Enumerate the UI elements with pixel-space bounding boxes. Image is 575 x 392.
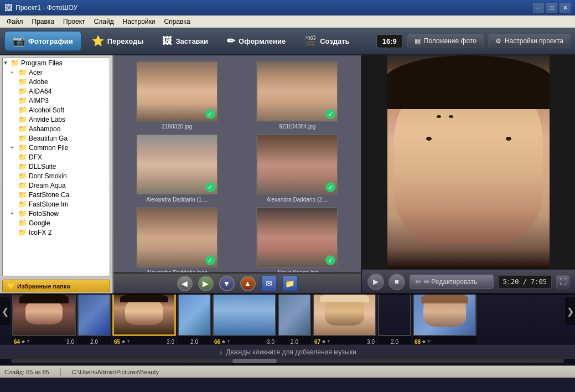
tree-item-dont-smokin[interactable]: 📁 Dont Smokin [3,171,110,180]
filmstrip-nav-left[interactable]: ❮ [0,297,10,325]
photo-item[interactable]: ✓ Alexis Knapp.jpg [240,207,356,272]
ratio-badge: 16:9 [376,34,403,48]
photo-thumbnail[interactable]: ✓ [136,61,218,122]
tree-item-root[interactable]: ▼ 📁 Program Files [3,58,110,68]
photo-thumbnail[interactable]: ✓ [256,61,338,122]
tab-create[interactable]: 🎬 Создать [296,31,358,51]
tree-item-alcohol-soft[interactable]: 📁 Alcohol Soft [3,105,110,115]
favorites-button[interactable]: 💛 Избранные папки [2,280,110,292]
tree-item-beautifun[interactable]: 📁 Beautifun Ga [3,133,110,143]
project-settings-button[interactable]: ⚙ Настройки проекта [488,34,571,48]
film-t-label: T [27,339,30,344]
project-settings-label: Настройки проекта [505,37,563,45]
menu-help[interactable]: Справка [159,17,194,27]
photo-filename: Alexandra Daddario (1.... [146,197,208,203]
transition-thumbnail[interactable] [178,295,211,336]
music-icon: ♪ [219,348,222,357]
file-tree[interactable]: ▼ 📁 Program Files + 📁 Acer 📁 Adobe 📁 AID… [2,58,110,276]
menu-slide[interactable]: Слайд [90,17,118,27]
filmstrip-item[interactable]: 68 ★ T [413,295,476,344]
photo-thumbnail[interactable]: ✓ [256,134,338,195]
tree-item-fotoshow[interactable]: + 📁 FotoShow [3,209,110,218]
filmstrip-item[interactable]: 66 ★ T 3.0 [213,295,276,344]
add-button[interactable]: ✉ [261,276,277,291]
film-thumbnail[interactable] [413,295,476,336]
filmstrip-nav-right[interactable]: ❯ [565,297,575,325]
play-button[interactable]: ▶ [367,274,384,290]
film-number: 67 [314,339,320,345]
tree-item-acer[interactable]: + 📁 Acer [3,68,110,77]
folder-button[interactable]: 📁 [282,276,298,291]
menu-settings[interactable]: Настройки [118,17,160,27]
folder-icon: 📁 [18,219,27,227]
photo-item[interactable]: ✓ 2190320.jpg [119,61,235,130]
fullscreen-button[interactable]: ⛶ [556,275,569,288]
filmstrip-scrollbar[interactable] [11,359,564,363]
film-thumbnail-active[interactable] [112,295,176,336]
edit-button[interactable]: ✏ ✏ Редактировать [410,275,494,289]
nav-up-button[interactable]: ▲ [240,276,256,291]
folder-icon: 📁 [18,143,27,152]
film-thumbnail[interactable] [213,295,276,336]
nav-down-button[interactable]: ▼ [219,276,235,291]
transition-thumbnail[interactable] [77,295,111,336]
tree-item-icofx[interactable]: 📁 IcoFX 2 [3,228,110,237]
photo-thumbnail[interactable]: ✓ [136,207,218,268]
tree-item-ashampoo[interactable]: 📁 Ashampoo [3,124,110,133]
tree-item-adobe[interactable]: 📁 Adobe [3,77,110,86]
tree-item-label: Google [29,219,50,227]
minimize-button[interactable]: ─ [533,3,544,13]
photo-thumbnail[interactable]: ✓ [136,134,218,195]
menu-file[interactable]: Файл [2,17,28,27]
stop-button[interactable]: ■ [388,274,405,290]
filmstrip-transition[interactable]: 2.0 [278,295,311,344]
filmstrip-item[interactable]: 64 ★ T 3.0 [12,295,76,344]
photo-thumbnail[interactable]: ✓ [256,207,338,268]
photo-item[interactable]: ✓ Alexandra Daddario (1.... [119,134,235,203]
film-number: 66 [214,339,220,345]
tree-item-faststone-ca[interactable]: 📁 FastStone Ca [3,190,110,199]
photo-item[interactable]: ✓ Alexandra Daddario (2.... [240,134,356,203]
close-button[interactable]: ✕ [560,3,571,13]
tree-item-common-file[interactable]: + 📁 Common File [3,143,110,152]
tree-item-dllsuite[interactable]: 📁 DLLSuite [3,162,110,171]
menu-project[interactable]: Проект [59,17,90,27]
photo-position-button[interactable]: ▦ Положение фото [407,34,484,48]
film-number: 64 [14,339,20,345]
film-thumbnail[interactable] [313,295,376,336]
tree-item-google[interactable]: 📁 Google [3,218,110,228]
folder-icon: 📁 [18,209,27,218]
film-thumbnail[interactable] [12,295,76,336]
tab-photos[interactable]: 📷 Фотографии [4,31,81,51]
maximize-button[interactable]: □ [546,3,557,13]
folder-icon: 📁 [18,68,27,76]
menu-edit[interactable]: Правка [28,17,59,27]
scrollbar-thumb[interactable] [232,359,277,363]
music-bar[interactable]: ♪ Дважды кликните для добавления музыки [0,344,575,359]
tree-item-aimp3[interactable]: 📁 AIMP3 [3,96,110,105]
tab-transitions[interactable]: ⭐ Переходы [84,31,152,51]
tree-item-faststone-im[interactable]: 📁 FastStone Im [3,199,110,209]
nav-back-button[interactable]: ◀ [177,276,193,291]
design-icon: ✏ [227,35,235,47]
filmstrip-item[interactable]: 67 ★ T 3.0 [313,295,376,344]
tree-item-dream[interactable]: 📁 Dream Aqua [3,180,110,190]
photo-grid-panel: ✓ 2190320.jpg ✓ 923104084.jpg ✓ Alexandr… [113,55,361,293]
filmstrip-transition[interactable]: 2.0 [178,295,211,344]
film-duration: 3.0 [167,339,174,345]
transition-thumbnail[interactable] [278,295,311,336]
tab-create-label: Создать [320,37,349,45]
photo-item[interactable]: ✓ Alexandra Daddario.jpeg [119,207,235,272]
tree-item-aida64[interactable]: 📁 AIDA64 [3,86,110,96]
tree-item-dfx[interactable]: 📁 DFX [3,152,110,162]
transition-thumbnail[interactable] [378,295,411,336]
photo-item[interactable]: ✓ 923104084.jpg [240,61,356,130]
tree-item-anvide[interactable]: 📁 Anvide Labs [3,115,110,124]
filmstrip-transition[interactable]: 2.0 [378,295,411,344]
nav-forward-button[interactable]: ▶ [198,276,214,291]
filmstrip-transition[interactable]: 2.0 [77,295,111,344]
photo-filename: 923104084.jpg [279,123,315,130]
filmstrip-item-active[interactable]: 65 ★ T 3.0 [112,295,176,344]
tab-screensavers[interactable]: 🖼 Заставки [154,32,216,51]
tab-design[interactable]: ✏ Оформление [219,31,294,51]
